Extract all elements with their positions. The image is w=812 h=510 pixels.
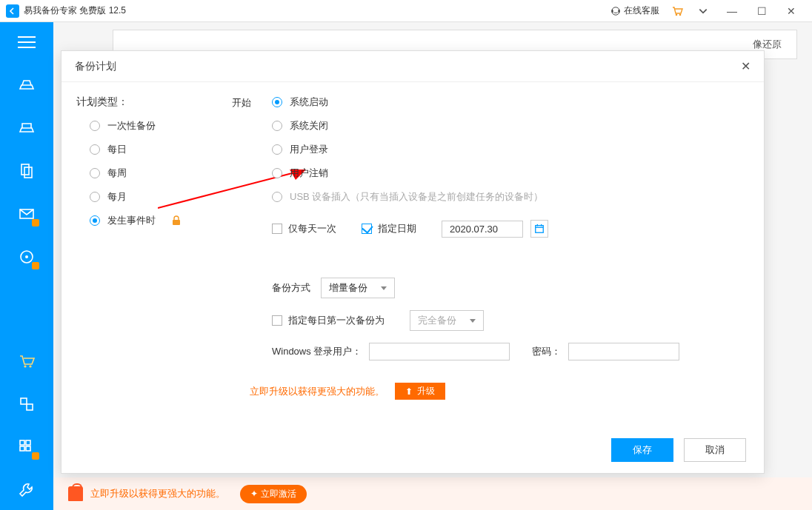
dialog-title: 备份计划 [75,60,116,73]
plan-type-heading: 计划类型： [76,95,232,109]
specify-date-checkbox[interactable]: 指定日期 [362,222,416,235]
close-button[interactable]: ✕ [776,5,806,17]
chevron-down-icon [470,319,476,323]
main-area: 像还原 立即升级以获得更强大的功能。 ✦立即激活 备份计划 ✕ [53,22,812,510]
radio-icon [90,144,100,155]
menu-icon[interactable] [17,33,36,52]
dialog-promo-text: 立即升级以获得更强大的功能。 [250,385,385,398]
mail-backup-icon[interactable] [17,204,36,224]
svg-rect-15 [26,440,30,445]
checkbox-icon [362,224,372,234]
settings-icon[interactable] [17,480,36,500]
password-input[interactable] [568,343,679,360]
upload-icon: ⬆ [405,386,413,397]
radio-icon [90,215,100,226]
svg-rect-16 [20,446,24,451]
svg-point-3 [676,13,678,16]
app-title: 易我备份专家 免费版 12.5 [24,4,126,17]
plan-type-monthly[interactable]: 每月 [90,190,232,204]
radio-icon [90,168,100,178]
windows-user-label: Windows 登录用户： [272,345,362,358]
svg-point-10 [24,365,26,367]
svg-rect-14 [20,440,24,445]
once-per-day-checkbox[interactable]: 仅每天一次 [272,222,336,235]
trigger-system-startup[interactable]: 系统启动 [272,95,749,109]
svg-rect-17 [26,446,30,451]
trigger-system-shutdown[interactable]: 系统关闭 [272,119,749,132]
lock-icon [172,215,181,226]
start-label: 开始 [232,95,272,214]
save-button[interactable]: 保存 [611,438,673,462]
maximize-button[interactable]: ☐ [747,5,776,17]
radio-icon [272,168,282,178]
plan-type-weekly[interactable]: 每周 [90,167,232,180]
svg-rect-2 [619,10,620,13]
chevron-down-icon [381,286,387,290]
backup-schedule-dialog: 备份计划 ✕ 计划类型： 一次性 [61,50,765,474]
clone-icon[interactable] [17,247,36,266]
plan-type-daily[interactable]: 每日 [90,143,232,156]
svg-rect-20 [173,220,180,225]
radio-icon [90,192,100,202]
first-daily-backup-dropdown[interactable]: 完全备份 [410,310,484,331]
plan-type-once[interactable]: 一次性备份 [90,119,232,132]
dropdown-caret-icon[interactable] [698,6,711,16]
upgrade-button[interactable]: ⬆ 升级 [395,383,445,400]
calendar-button[interactable] [530,220,548,238]
minimize-button[interactable]: — [717,5,747,17]
password-label: 密码： [532,345,561,358]
online-support-link[interactable]: 在线客服 [610,4,659,17]
svg-point-9 [25,255,28,258]
trigger-user-login[interactable]: 用户登录 [272,143,749,156]
disk-backup-icon[interactable] [17,76,36,95]
radio-icon [272,121,282,131]
cancel-button[interactable]: 取消 [684,438,746,462]
online-support-label: 在线客服 [624,4,659,17]
tools-icon[interactable] [17,437,36,457]
sidebar [0,22,53,510]
windows-user-input[interactable] [369,343,510,360]
date-display[interactable]: 2020.07.30 [442,221,523,238]
close-icon[interactable]: ✕ [741,59,751,73]
radio-icon [272,97,282,107]
titlebar: 易我备份专家 免费版 12.5 在线客服 — ☐ ✕ [0,0,812,22]
radio-icon [90,121,100,131]
plan-type-event[interactable]: 发生事件时 [90,214,232,227]
svg-rect-5 [21,164,29,175]
dialog-footer: 保存 取消 [61,427,764,473]
app-logo-icon [6,4,19,18]
trigger-user-logout[interactable]: 用户注销 [272,167,749,180]
system-backup-icon[interactable] [17,118,36,138]
backup-method-label: 备份方式 [272,281,313,295]
first-daily-backup-checkbox[interactable]: 指定每日第一次备份为 [272,314,385,327]
radio-icon [272,192,282,202]
svg-rect-21 [536,226,544,233]
svg-rect-12 [21,398,27,404]
backup-method-dropdown[interactable]: 增量备份 [321,278,395,298]
svg-rect-6 [24,167,32,178]
svg-rect-1 [612,10,613,13]
sidebar-cart-icon[interactable] [17,352,36,371]
file-backup-icon[interactable] [17,161,36,181]
trigger-usb-insert[interactable]: USB 设备插入（只有当插入设备是之前创建任务的设备时） [272,190,749,204]
checkbox-icon [272,315,282,326]
transfer-icon[interactable] [17,395,36,414]
cart-icon[interactable] [671,5,686,17]
dialog-header: 备份计划 ✕ [61,51,764,82]
svg-point-4 [679,13,682,16]
radio-icon [272,144,282,155]
svg-point-11 [29,365,31,367]
checkbox-icon [272,224,282,234]
svg-rect-13 [27,404,33,410]
